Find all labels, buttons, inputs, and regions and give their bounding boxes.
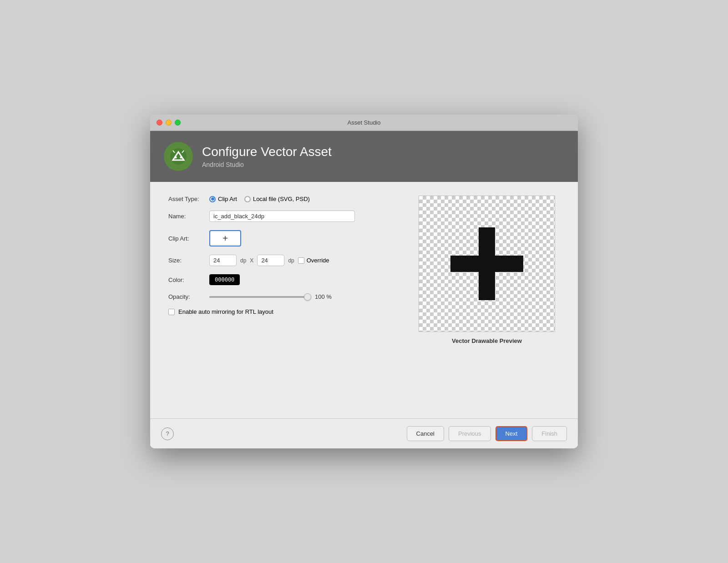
- dialog-content: Asset Type: Clip Art Local file (SVG, PS…: [150, 182, 578, 418]
- size-controls: dp X dp Override: [209, 255, 329, 266]
- opacity-slider-fill: [209, 296, 309, 298]
- size-height-input[interactable]: [257, 255, 284, 266]
- svg-point-2: [180, 156, 182, 159]
- asset-studio-window: Asset Studio Configure Vector Asset Andr…: [150, 115, 578, 448]
- size-x-separator: X: [250, 257, 253, 264]
- size-width-input[interactable]: [209, 255, 237, 266]
- asset-type-row: Asset Type: Clip Art Local file (SVG, PS…: [168, 196, 400, 202]
- window-title: Asset Studio: [348, 119, 381, 126]
- override-container: Override: [298, 257, 329, 264]
- clip-art-label: Clip Art:: [168, 235, 209, 242]
- svg-rect-6: [450, 256, 523, 272]
- override-label: Override: [307, 257, 329, 264]
- dialog-title: Configure Vector Asset: [202, 145, 332, 159]
- color-label: Color:: [168, 276, 209, 283]
- android-studio-icon: [164, 142, 193, 171]
- clip-art-controls: +: [209, 230, 241, 246]
- name-label: Name:: [168, 213, 209, 220]
- name-controls: [209, 211, 355, 222]
- name-row: Name:: [168, 211, 400, 222]
- rtl-label: Enable auto mirroring for RTL layout: [178, 308, 273, 315]
- close-button[interactable]: [157, 120, 162, 126]
- preview-svg: [446, 223, 528, 305]
- previous-button[interactable]: Previous: [449, 426, 491, 441]
- help-button[interactable]: ?: [161, 427, 174, 440]
- opacity-label: Opacity:: [168, 293, 209, 300]
- opacity-row: Opacity: 100 %: [168, 293, 400, 300]
- opacity-slider-track: [209, 296, 309, 298]
- asset-type-label: Asset Type:: [168, 196, 209, 202]
- size-row: Size: dp X dp Override: [168, 255, 400, 266]
- header-text-area: Configure Vector Asset Android Studio: [202, 145, 332, 168]
- traffic-lights: [157, 120, 181, 126]
- color-row: Color: 000000: [168, 274, 400, 285]
- dialog-footer: ? Cancel Previous Next Finish: [150, 418, 578, 448]
- opacity-controls: 100 %: [209, 293, 332, 300]
- dialog-subtitle: Android Studio: [202, 161, 332, 168]
- titlebar: Asset Studio: [150, 115, 578, 131]
- name-input[interactable]: [209, 211, 355, 222]
- finish-button[interactable]: Finish: [532, 426, 567, 441]
- local-file-radio[interactable]: [244, 196, 251, 202]
- android-logo-svg: [169, 147, 187, 166]
- dialog-header: Configure Vector Asset Android Studio: [150, 131, 578, 182]
- color-value: 000000: [215, 276, 234, 283]
- opacity-value: 100 %: [315, 293, 332, 300]
- minimize-button[interactable]: [166, 120, 172, 126]
- maximize-button[interactable]: [175, 120, 181, 126]
- clip-art-symbol: +: [222, 233, 228, 244]
- rtl-checkbox[interactable]: [168, 309, 175, 315]
- opacity-slider-thumb[interactable]: [304, 293, 311, 301]
- dp-label-1: dp: [240, 257, 246, 264]
- color-controls: 000000: [209, 274, 240, 285]
- help-symbol: ?: [166, 430, 169, 437]
- local-file-label: Local file (SVG, PSD): [253, 196, 310, 202]
- size-label: Size:: [168, 257, 209, 264]
- cancel-button[interactable]: Cancel: [407, 426, 444, 441]
- clip-art-row: Clip Art: +: [168, 230, 400, 246]
- override-checkbox[interactable]: [298, 257, 304, 264]
- clip-art-radio-option[interactable]: Clip Art: [209, 196, 237, 202]
- clip-art-radio[interactable]: [209, 196, 216, 202]
- local-file-radio-option[interactable]: Local file (SVG, PSD): [244, 196, 310, 202]
- preview-area: Vector Drawable Preview: [414, 196, 560, 405]
- color-swatch[interactable]: 000000: [209, 274, 240, 285]
- clip-art-label: Clip Art: [218, 196, 237, 202]
- form-area: Asset Type: Clip Art Local file (SVG, PS…: [168, 196, 400, 405]
- rtl-row: Enable auto mirroring for RTL layout: [168, 308, 400, 315]
- svg-point-1: [175, 156, 177, 159]
- dp-label-2: dp: [288, 257, 294, 264]
- footer-buttons: Cancel Previous Next Finish: [407, 426, 567, 441]
- preview-label: Vector Drawable Preview: [452, 337, 522, 344]
- next-button[interactable]: Next: [495, 426, 528, 441]
- clip-art-button[interactable]: +: [209, 230, 241, 246]
- preview-canvas: [419, 196, 555, 332]
- asset-type-controls: Clip Art Local file (SVG, PSD): [209, 196, 310, 202]
